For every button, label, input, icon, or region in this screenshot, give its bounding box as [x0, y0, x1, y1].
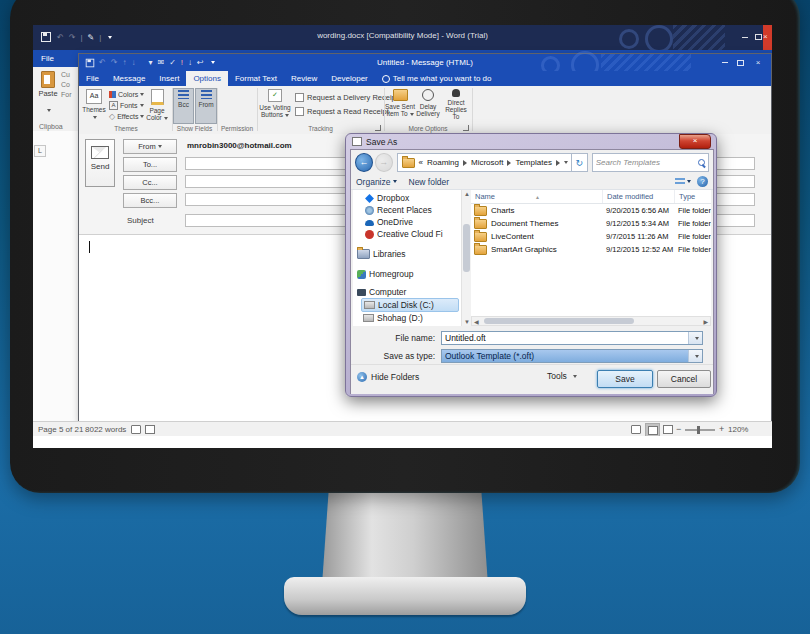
- file-name-combo[interactable]: Untitled.oft: [441, 331, 703, 345]
- save-button[interactable]: Save: [597, 370, 653, 388]
- zoom-in-button[interactable]: +: [719, 424, 724, 434]
- minimize-icon[interactable]: [742, 37, 748, 38]
- themes-button[interactable]: Aa Themes: [81, 88, 107, 122]
- refresh-button[interactable]: ↻: [572, 153, 588, 172]
- scroll-right-icon[interactable]: ▶: [703, 318, 708, 326]
- dialog-launcher-icon[interactable]: [375, 125, 381, 131]
- tab-developer[interactable]: Developer: [324, 71, 374, 86]
- hide-folders-button[interactable]: ▲ Hide Folders: [357, 372, 419, 382]
- nav-item-recent-places[interactable]: Recent Places: [365, 204, 469, 216]
- direct-replies-button[interactable]: Direct Replies To: [441, 88, 471, 122]
- combo-dropdown-button[interactable]: [688, 332, 702, 344]
- search-box[interactable]: Search Templates: [592, 153, 709, 172]
- page-indicator[interactable]: Page 5 of 21: [38, 425, 83, 434]
- zoom-slider-thumb[interactable]: [697, 426, 700, 434]
- combo-dropdown-button[interactable]: [688, 350, 702, 362]
- zoom-level[interactable]: 120%: [728, 425, 748, 434]
- fonts-button[interactable]: A Fonts: [109, 100, 144, 110]
- zoom-slider-track[interactable]: [685, 429, 715, 431]
- effects-button[interactable]: ◇ Effects: [109, 111, 144, 121]
- dialog-close-button[interactable]: ×: [679, 134, 711, 149]
- nav-item-computer[interactable]: Computer: [357, 286, 461, 298]
- breadcrumb-item[interactable]: Microsoft: [471, 158, 503, 167]
- word-file-tab[interactable]: File: [41, 54, 54, 63]
- tell-me-box[interactable]: Tell me what you want to do: [375, 71, 499, 86]
- nav-item-onedrive[interactable]: OneDrive: [365, 216, 469, 228]
- cancel-button[interactable]: Cancel: [657, 370, 711, 388]
- cut-button[interactable]: Cu: [61, 71, 70, 78]
- save-as-type-combo[interactable]: Outlook Template (*.oft): [441, 349, 703, 363]
- page-color-button[interactable]: Page Color: [143, 88, 171, 122]
- colors-button[interactable]: Colors: [109, 89, 144, 99]
- nav-scrollbar-thumb[interactable]: [463, 224, 470, 272]
- format-painter-button[interactable]: For: [61, 91, 72, 98]
- breadcrumb-dropdown-icon[interactable]: [564, 161, 568, 164]
- breadcrumb-item[interactable]: Roaming: [427, 158, 459, 167]
- bcc-field-button[interactable]: Bcc...: [123, 193, 177, 208]
- horizontal-scrollbar-thumb[interactable]: [484, 318, 634, 324]
- from-button[interactable]: From: [195, 88, 217, 124]
- restore-icon[interactable]: [737, 60, 744, 66]
- breadcrumb[interactable]: « Roaming Microsoft Templates: [397, 153, 572, 172]
- column-name[interactable]: Name ▲: [471, 190, 603, 203]
- scroll-left-icon[interactable]: ◀: [474, 318, 479, 326]
- file-list-horizontal-scrollbar[interactable]: ◀ ▶: [471, 316, 711, 326]
- nav-scrollbar[interactable]: ▲ ▼: [461, 190, 471, 326]
- breadcrumb-item[interactable]: Templates: [515, 158, 551, 167]
- file-row[interactable]: SmartArt Graphics 9/12/2015 12:52 AM Fil…: [471, 243, 711, 256]
- proofing-icon[interactable]: [131, 425, 141, 434]
- macro-recording-icon[interactable]: [145, 425, 155, 434]
- delivery-receipt-checkbox[interactable]: Request a Delivery Receipt: [295, 93, 398, 102]
- nav-item-dropbox[interactable]: Dropbox: [365, 192, 469, 204]
- minimize-icon[interactable]: [722, 62, 728, 63]
- scroll-down-icon[interactable]: ▼: [464, 318, 470, 326]
- send-button[interactable]: Send: [85, 139, 115, 187]
- back-button[interactable]: ←: [355, 153, 373, 172]
- restore-icon[interactable]: [755, 34, 762, 40]
- column-type[interactable]: Type: [675, 190, 711, 203]
- close-icon[interactable]: ×: [753, 57, 763, 69]
- tab-insert[interactable]: Insert: [152, 71, 186, 86]
- word-count[interactable]: 8022 words: [85, 425, 126, 434]
- read-mode-icon[interactable]: [631, 425, 641, 434]
- use-voting-buttons-button[interactable]: ✓ Use Voting Buttons: [258, 88, 292, 122]
- nav-item-local-disk-c[interactable]: Local Disk (C:): [361, 298, 459, 312]
- delay-delivery-button[interactable]: Delay Delivery: [415, 88, 441, 122]
- tab-options[interactable]: Options: [186, 71, 228, 86]
- copy-button[interactable]: Co: [61, 81, 70, 88]
- zoom-out-button[interactable]: −: [676, 424, 681, 434]
- organize-button[interactable]: Organize: [356, 177, 391, 187]
- views-icon[interactable]: [675, 178, 685, 186]
- scroll-up-icon[interactable]: ▲: [464, 190, 470, 198]
- file-row[interactable]: Document Themes 9/12/2015 5:34 AM File f…: [471, 217, 711, 230]
- tab-stop-selector[interactable]: L: [34, 145, 46, 157]
- file-row[interactable]: LiveContent 9/7/2015 11:26 AM File folde…: [471, 230, 711, 243]
- nav-item-shohag-d[interactable]: Shohag (D:): [363, 312, 467, 324]
- file-row[interactable]: Charts 9/20/2015 6:56 AM File folder: [471, 204, 711, 217]
- dialog-launcher-icon[interactable]: [463, 125, 469, 131]
- nav-item-creative-cloud[interactable]: Creative Cloud Fi: [365, 228, 469, 240]
- print-layout-icon[interactable]: [645, 423, 660, 437]
- web-layout-icon[interactable]: [663, 425, 673, 434]
- help-button[interactable]: ?: [697, 176, 708, 187]
- to-field-button[interactable]: To...: [123, 157, 177, 172]
- views-caret-icon[interactable]: [687, 180, 691, 183]
- tab-message[interactable]: Message: [106, 71, 152, 86]
- tab-format-text[interactable]: Format Text: [228, 71, 284, 86]
- bcc-button[interactable]: Bcc: [173, 88, 194, 124]
- tools-button[interactable]: Tools: [547, 371, 577, 381]
- new-folder-button[interactable]: New folder: [409, 177, 450, 187]
- breadcrumb-separator-icon: [463, 160, 467, 166]
- column-date-modified[interactable]: Date modified: [603, 190, 675, 203]
- tab-review[interactable]: Review: [284, 71, 324, 86]
- read-receipt-checkbox[interactable]: Request a Read Receipt: [295, 107, 389, 116]
- cc-field-button[interactable]: Cc...: [123, 175, 177, 190]
- tab-file[interactable]: File: [79, 71, 106, 86]
- from-field-button[interactable]: From: [123, 139, 177, 154]
- forward-button[interactable]: →: [375, 153, 393, 172]
- nav-item-libraries[interactable]: Libraries: [357, 248, 461, 260]
- paste-button[interactable]: Paste: [37, 70, 59, 110]
- close-button[interactable]: ×: [763, 25, 772, 50]
- nav-item-homegroup[interactable]: Homegroup: [357, 268, 461, 280]
- save-sent-item-button[interactable]: Save Sent Item To: [385, 88, 415, 122]
